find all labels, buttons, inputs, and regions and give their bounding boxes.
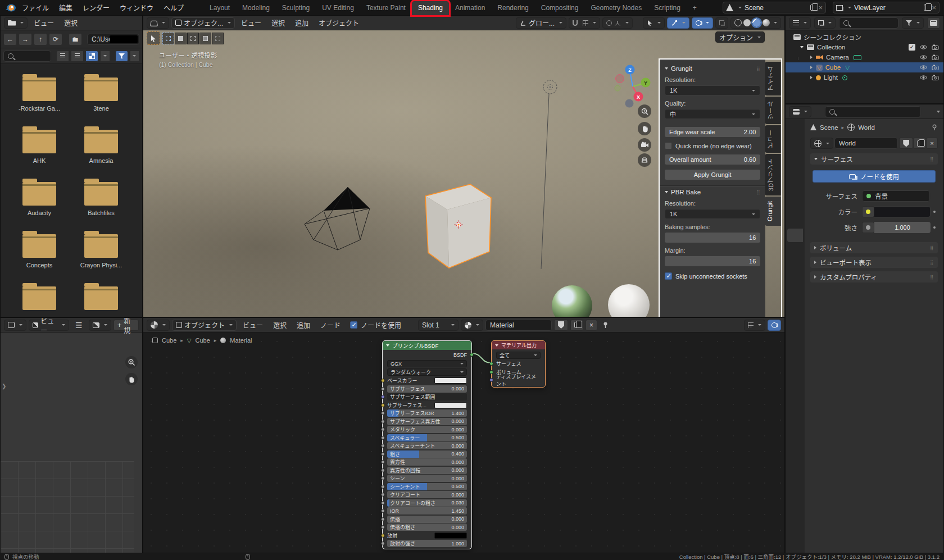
view-thumbnails-button[interactable] [85,51,98,62]
bsdf-input-row[interactable]: シーン 0.000 [387,475,467,482]
object-row[interactable]: Camera [786,52,943,62]
properties-tab[interactable] [787,208,803,221]
axis-minus-x-ball[interactable] [616,75,624,83]
bsdf-input-row[interactable]: サブサーフェス... [387,402,467,409]
display-settings-dropdown[interactable] [100,51,110,62]
bsdf-input-row[interactable]: サブサーフェスIOR 1.400 [387,409,467,417]
world-browse-dropdown[interactable] [810,138,833,149]
render-visibility-icon[interactable] [932,65,939,70]
input-socket[interactable] [381,452,385,456]
workspace-tab[interactable]: Animation [449,1,491,15]
node-overlays-toggle[interactable] [768,320,781,331]
folder-item[interactable]: -R​ockstar Ga... [8,72,70,124]
properties-tab[interactable] [787,125,803,138]
pbr-resolution-dropdown[interactable]: 1K [665,209,760,219]
transform-orientation[interactable]: グロー... [516,17,566,29]
grungit-resolution-dropdown[interactable]: 1K [665,85,760,95]
filter-settings-dropdown[interactable] [130,51,139,62]
new-world-button[interactable] [913,138,926,149]
bsdf-input-row[interactable]: 放射の強さ 1.000 [387,540,467,547]
input-socket[interactable] [381,485,385,489]
color-swatch-field[interactable] [874,206,931,217]
workspace-tab[interactable]: Modeling [236,1,276,15]
sidebar-tab[interactable]: 3Dプリント [765,154,781,195]
bsdf-input-row[interactable]: サブサーフェス 0.000 [387,385,467,393]
snap-toggle[interactable] [569,17,600,29]
sidebar-tab[interactable]: ツール [765,97,781,124]
output-target-dropdown[interactable]: 全て [496,352,541,359]
hide-eye-icon[interactable] [919,44,928,50]
collapsed-panel-header[interactable]: カスタムプロパティ ⣿ [810,271,938,283]
collapse-icon[interactable] [386,344,389,347]
topbar-menu[interactable]: ファイル [17,3,54,12]
world-name-field[interactable]: World [834,138,898,149]
margin-field[interactable]: 16 [665,256,760,266]
grungit-quality-dropdown[interactable]: 中 [665,109,760,119]
slot-dropdown[interactable]: Slot 1 [418,320,459,331]
hide-eye-icon[interactable] [919,54,928,60]
new-collection-button[interactable] [927,17,940,29]
input-socket[interactable] [489,362,493,366]
collapsed-panel-header[interactable]: ボリューム ⣿ [810,242,938,253]
workspace-tab[interactable]: Rendering [491,1,534,15]
hide-eye-icon[interactable] [919,75,928,80]
expand-icon[interactable] [810,76,813,79]
sidebar-tab[interactable]: Grungit [765,197,781,226]
properties-tab[interactable] [787,374,803,388]
viewlayer-selector[interactable]: ViewLayer × [833,2,940,13]
input-socket[interactable] [381,525,385,529]
axis-minus-y-ball[interactable] [615,85,620,91]
breadcrumb-scene[interactable]: Scene [820,124,838,131]
bsdf-input-row[interactable]: 粗さ 0.400 [387,450,467,458]
workspace-tab[interactable]: UV Editing [316,1,360,15]
input-socket[interactable] [381,427,385,431]
input-socket[interactable] [381,395,385,399]
expand-icon[interactable] [810,66,813,69]
render-visibility-icon[interactable] [932,75,939,80]
image-browse-dropdown[interactable] [89,320,111,331]
scene-selector[interactable]: Scene × [723,2,826,13]
up-button[interactable]: ↑ [34,33,47,45]
gizmo-toggle[interactable] [667,17,689,29]
orthographic-toggle-button[interactable] [638,153,651,167]
shading-wireframe-icon[interactable] [734,19,742,26]
color-swatch[interactable] [434,532,467,539]
light-object[interactable] [541,80,557,269]
selectability-visibility-dropdown[interactable] [643,17,665,29]
properties-tab[interactable] [787,353,803,367]
breadcrumb-world[interactable]: World [858,124,875,131]
region-expand-icon[interactable]: ❯ [2,383,6,389]
filter-button[interactable] [115,51,128,62]
collection-row[interactable]: Collection ✓ [786,42,943,52]
zoom-button[interactable] [638,104,651,118]
shading-rendered-icon[interactable] [763,19,770,26]
input-socket[interactable] [381,517,385,521]
editor-type-image[interactable] [4,320,26,331]
breadcrumb-object[interactable]: Cube [162,337,176,344]
properties-tab[interactable] [787,187,803,201]
file-view-menu[interactable]: ビュー [30,18,58,28]
input-socket[interactable] [381,403,385,407]
axis-minus-z-ball[interactable] [625,99,634,108]
input-socket[interactable] [381,387,385,391]
new-folder-button[interactable]: 🖿 [69,33,82,45]
path-field[interactable]: C:\Users\ [87,34,139,45]
strength-socket-button[interactable] [862,222,874,233]
unlink-material-button[interactable]: × [586,320,597,331]
close-icon[interactable]: × [818,5,823,11]
collapsed-panel-header[interactable]: ビューポート表示 ⣿ [810,257,938,268]
input-socket[interactable] [381,379,385,383]
input-socket[interactable] [381,444,385,448]
topbar-menu[interactable]: ウィンドウ [115,3,158,12]
shading-solid-icon[interactable] [743,19,751,26]
apply-grungit-button[interactable]: Apply Grungit [665,170,760,180]
properties-tab[interactable] [787,312,803,325]
bsdf-output-socket[interactable] [470,353,474,357]
expand-icon[interactable] [800,46,804,48]
input-socket[interactable] [381,534,385,538]
breadcrumb-material[interactable]: Material [230,337,252,344]
bsdf-input-row[interactable]: サブサーフェス異方性 0.000 [387,418,467,425]
animate-dot-icon[interactable] [933,226,936,229]
workspace-tab[interactable]: Texture Paint [360,1,412,15]
bsdf-input-row[interactable]: シーンチント 0.500 [387,483,467,490]
